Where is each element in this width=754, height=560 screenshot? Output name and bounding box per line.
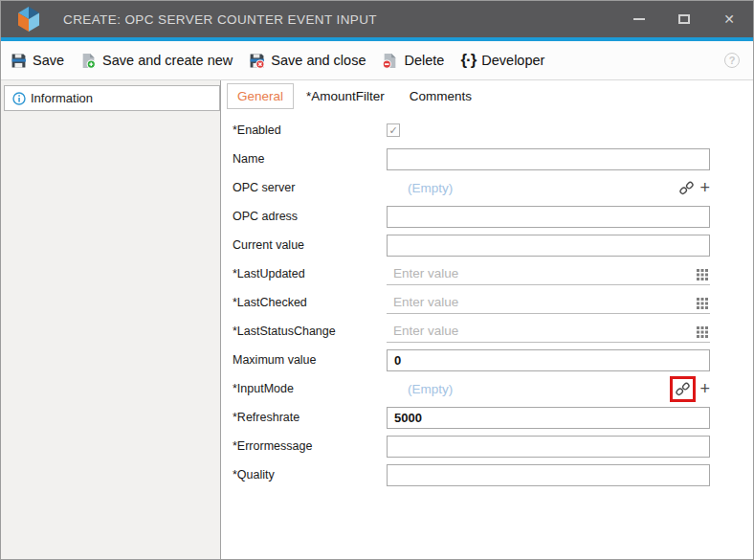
save-and-close-icon <box>249 53 265 69</box>
form-row-laststatuschange: *LastStatusChange <box>233 317 753 346</box>
tab-strip: General *AmountFilter Comments <box>227 83 753 109</box>
enabled-checkbox[interactable]: ✓ <box>387 123 400 137</box>
form-row-lastupdated: *LastUpdated <box>233 259 753 288</box>
field-label: Name <box>233 152 387 166</box>
sidebar-item-information[interactable]: Information <box>4 85 220 111</box>
close-button[interactable]: ✕ <box>722 12 736 26</box>
save-and-create-new-label: Save and create new <box>102 53 233 68</box>
field-label: OPC adress <box>233 210 387 223</box>
field-label: *Errormessage <box>233 439 387 453</box>
delete-button[interactable]: Delete <box>382 53 444 69</box>
inputmode-link-button[interactable] <box>676 382 690 396</box>
maximize-button[interactable] <box>677 12 691 26</box>
save-icon <box>11 53 27 69</box>
link-icon <box>676 382 690 396</box>
form-row-enabled: *Enabled ✓ <box>233 116 753 145</box>
grid-picker-icon <box>697 298 708 309</box>
field-label: *LastUpdated <box>233 267 387 280</box>
refreshrate-input[interactable] <box>387 407 710 429</box>
form: *Enabled ✓ Name OPC server (Emp <box>233 116 753 489</box>
laststatuschange-input[interactable] <box>387 321 710 343</box>
name-input[interactable] <box>387 148 710 170</box>
maximize-icon <box>678 14 690 24</box>
lastupdated-picker-button[interactable] <box>697 269 708 280</box>
field-label: OPC server <box>233 181 387 194</box>
form-row-name: Name <box>233 145 753 173</box>
annotation-highlight-box <box>670 376 696 402</box>
save-and-close-button[interactable]: Save and close <box>249 53 366 69</box>
inputmode-add-button[interactable]: + <box>699 380 710 397</box>
field-label: *LastStatusChange <box>233 325 387 338</box>
grid-picker-icon <box>697 326 708 338</box>
laststatuschange-picker-button[interactable] <box>697 326 708 338</box>
lastupdated-input[interactable] <box>387 263 710 285</box>
developer-button[interactable]: {·} Developer <box>460 51 544 70</box>
developer-icon: {·} <box>460 51 476 70</box>
opc-server-add-button[interactable]: + <box>699 179 710 196</box>
opc-server-link-button[interactable] <box>679 181 694 195</box>
form-row-errormessage: *Errormessage <box>233 432 753 460</box>
maximum-value-input[interactable] <box>387 349 710 371</box>
help-icon[interactable]: ? <box>724 53 740 68</box>
info-icon <box>12 92 26 105</box>
delete-icon <box>382 53 398 69</box>
field-label: *Quality <box>233 468 387 482</box>
errormessage-input[interactable] <box>387 436 710 458</box>
field-label: Current value <box>233 238 387 252</box>
current-value-input[interactable] <box>387 235 710 257</box>
save-and-create-new-icon <box>80 53 97 69</box>
opc-adress-input[interactable] <box>387 206 710 228</box>
grid-picker-icon <box>697 269 708 280</box>
save-and-create-new-button[interactable]: Save and create new <box>80 53 233 69</box>
sidebar: Information <box>1 80 221 559</box>
lastchecked-picker-button[interactable] <box>697 298 708 309</box>
link-icon <box>679 181 694 195</box>
save-button[interactable]: Save <box>11 53 64 69</box>
tab-comments[interactable]: Comments <box>397 83 484 109</box>
form-row-opc-adress: OPC adress <box>233 202 753 231</box>
sidebar-item-label: Information <box>31 91 93 105</box>
lastchecked-input[interactable] <box>387 292 710 314</box>
form-row-current-value: Current value <box>233 231 753 259</box>
tab-amountfilter[interactable]: *AmountFilter <box>294 83 397 109</box>
window-title: CREATE: OPC SERVER COUNTER EVENT INPUT <box>63 12 377 27</box>
form-row-inputmode: *InputMode (Empty) + <box>233 374 753 403</box>
minimize-button[interactable] <box>632 12 646 26</box>
form-row-lastchecked: *LastChecked <box>233 288 753 317</box>
delete-label: Delete <box>404 53 444 68</box>
form-row-maximum-value: Maximum value <box>233 346 753 374</box>
title-bar: CREATE: OPC SERVER COUNTER EVENT INPUT ✕ <box>1 1 753 37</box>
field-label: Maximum value <box>233 353 387 367</box>
form-row-quality: *Quality <box>233 460 753 489</box>
save-and-close-label: Save and close <box>271 53 366 68</box>
main-panel: General *AmountFilter Comments *Enabled … <box>221 80 753 559</box>
field-label: *LastChecked <box>233 296 387 309</box>
quality-input[interactable] <box>387 464 710 486</box>
developer-label: Developer <box>481 53 544 68</box>
form-row-opc-server: OPC server (Empty) + <box>233 173 753 202</box>
inputmode-value: (Empty) <box>408 382 453 396</box>
tab-general[interactable]: General <box>227 83 294 109</box>
form-row-refreshrate: *Refreshrate <box>233 403 753 432</box>
field-label: *Refreshrate <box>233 411 387 424</box>
toolbar: Save Save and create new Save and close <box>1 41 753 80</box>
dialog-window: CREATE: OPC SERVER COUNTER EVENT INPUT ✕… <box>0 0 754 560</box>
check-icon: ✓ <box>388 125 397 136</box>
app-logo-icon <box>17 7 40 32</box>
minimize-icon <box>633 18 645 20</box>
field-label: *InputMode <box>233 382 387 395</box>
field-label: *Enabled <box>233 123 387 137</box>
save-label: Save <box>33 53 64 68</box>
opc-server-value: (Empty) <box>408 181 453 195</box>
